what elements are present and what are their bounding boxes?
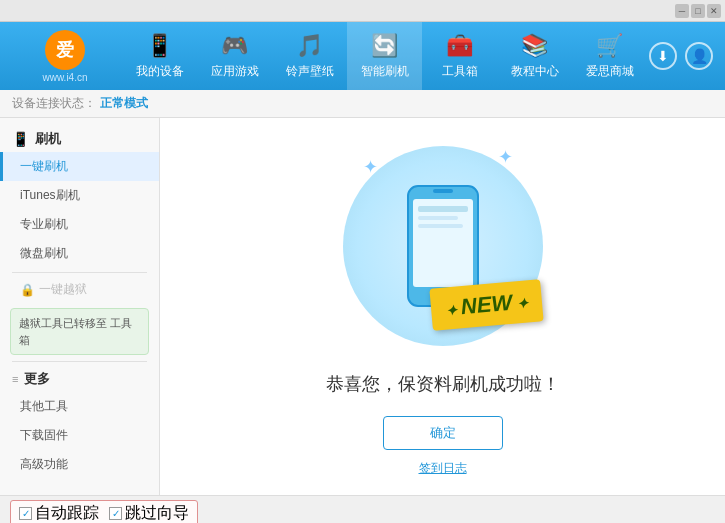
close-button[interactable]: ✕ xyxy=(707,4,721,18)
nav-ringtones[interactable]: 🎵 铃声壁纸 xyxy=(272,22,347,90)
svg-rect-5 xyxy=(418,216,458,220)
sidebar-item-other-tools[interactable]: 其他工具 xyxy=(0,392,159,421)
auto-follow-check-box[interactable]: ✓ xyxy=(19,507,32,520)
lock-icon: 🔒 xyxy=(20,283,35,297)
skip-wizard-check-box[interactable]: ✓ xyxy=(109,507,122,520)
skip-wizard-label: 跳过向导 xyxy=(125,503,189,523)
sidebar-divider-2 xyxy=(12,361,147,362)
download-button[interactable]: ⬇ xyxy=(649,42,677,70)
ringtones-icon: 🎵 xyxy=(296,33,323,59)
nav-tutorials-label: 教程中心 xyxy=(511,63,559,80)
my-device-icon: 📱 xyxy=(146,33,173,59)
logo-website: www.i4.cn xyxy=(42,72,87,83)
sidebar-section-more: ≡ 更多 xyxy=(0,366,159,392)
sidebar-item-download-firmware[interactable]: 下载固件 xyxy=(0,421,159,450)
flash-section-icon: 📱 xyxy=(12,131,29,147)
content-area: ✦ ✦ NEW 恭喜您，保资料刷机成功啦！ 确定 签到日志 xyxy=(160,118,725,495)
checkbox-group: ✓ 自动跟踪 ✓ 跳过向导 xyxy=(10,500,198,523)
shop-icon: 🛒 xyxy=(596,33,623,59)
sidebar-locked-jailbreak: 🔒 一键越狱 xyxy=(0,277,159,302)
status-bar: 设备连接状态： 正常模式 xyxy=(0,90,725,118)
status-label: 设备连接状态： xyxy=(12,95,96,112)
new-badge: NEW xyxy=(430,279,544,331)
nav-my-device-label: 我的设备 xyxy=(136,63,184,80)
nav-smart-flash-label: 智能刷机 xyxy=(361,63,409,80)
sidebar-item-downgrade-flash[interactable]: 微盘刷机 xyxy=(0,239,159,268)
illustration: ✦ ✦ NEW xyxy=(333,136,553,356)
nav-smart-flash[interactable]: 🔄 智能刷机 xyxy=(347,22,422,90)
toolbox-icon: 🧰 xyxy=(446,33,473,59)
confirm-button[interactable]: 确定 xyxy=(383,416,503,450)
sidebar-item-advanced[interactable]: 高级功能 xyxy=(0,450,159,479)
auto-follow-label: 自动跟踪 xyxy=(35,503,99,523)
skip-wizard-checkbox[interactable]: ✓ 跳过向导 xyxy=(109,503,189,523)
title-bar: ─ □ ✕ xyxy=(0,0,725,22)
header-right: ⬇ 👤 xyxy=(649,42,725,70)
svg-rect-6 xyxy=(418,224,463,228)
flash-section-label: 刷机 xyxy=(35,130,61,148)
svg-rect-4 xyxy=(418,206,468,212)
sidebar: 📱 刷机 一键刷机 iTunes刷机 专业刷机 微盘刷机 🔒 一键越狱 越狱工具… xyxy=(0,118,160,495)
more-section-label: 更多 xyxy=(24,370,50,388)
logo-area: 爱 www.i4.cn xyxy=(0,30,120,83)
minimize-button[interactable]: ─ xyxy=(675,4,689,18)
sparkle-icon-1: ✦ xyxy=(363,156,378,178)
jailbreak-info-box: 越狱工具已转移至 工具箱 xyxy=(10,308,149,355)
bottom-area: ✓ 自动跟踪 ✓ 跳过向导 📱 iPhone 12 mini 64GB Down… xyxy=(0,495,725,523)
smart-flash-icon: 🔄 xyxy=(371,33,398,59)
sidebar-section-flash: 📱 刷机 xyxy=(0,126,159,152)
status-value: 正常模式 xyxy=(100,95,148,112)
sidebar-divider-1 xyxy=(12,272,147,273)
nav-bar: 📱 我的设备 🎮 应用游戏 🎵 铃声壁纸 🔄 智能刷机 🧰 工具箱 📚 教程中心… xyxy=(120,22,649,90)
nav-apps-games[interactable]: 🎮 应用游戏 xyxy=(197,22,272,90)
success-text: 恭喜您，保资料刷机成功啦！ xyxy=(326,372,560,396)
nav-apps-games-label: 应用游戏 xyxy=(211,63,259,80)
user-button[interactable]: 👤 xyxy=(685,42,713,70)
sparkle-icon-2: ✦ xyxy=(498,146,513,168)
nav-toolbox[interactable]: 🧰 工具箱 xyxy=(422,22,497,90)
sidebar-item-pro-flash[interactable]: 专业刷机 xyxy=(0,210,159,239)
maximize-button[interactable]: □ xyxy=(691,4,705,18)
nav-my-device[interactable]: 📱 我的设备 xyxy=(122,22,197,90)
tutorials-icon: 📚 xyxy=(521,33,548,59)
header: 爱 www.i4.cn 📱 我的设备 🎮 应用游戏 🎵 铃声壁纸 🔄 智能刷机 … xyxy=(0,22,725,90)
nav-shop-label: 爱思商城 xyxy=(586,63,634,80)
svg-rect-2 xyxy=(433,189,453,193)
nav-toolbox-label: 工具箱 xyxy=(442,63,478,80)
sidebar-item-itunes-flash[interactable]: iTunes刷机 xyxy=(0,181,159,210)
nav-shop[interactable]: 🛒 爱思商城 xyxy=(572,22,647,90)
sidebar-item-one-click-flash[interactable]: 一键刷机 xyxy=(0,152,159,181)
apps-games-icon: 🎮 xyxy=(221,33,248,59)
jailbreak-label: 一键越狱 xyxy=(39,281,87,298)
nav-tutorials[interactable]: 📚 教程中心 xyxy=(497,22,572,90)
auto-follow-checkbox[interactable]: ✓ 自动跟踪 xyxy=(19,503,99,523)
nav-ringtones-label: 铃声壁纸 xyxy=(286,63,334,80)
svg-rect-1 xyxy=(413,199,473,287)
logo-icon: 爱 xyxy=(45,30,85,70)
main-layout: 📱 刷机 一键刷机 iTunes刷机 专业刷机 微盘刷机 🔒 一键越狱 越狱工具… xyxy=(0,118,725,495)
daily-link[interactable]: 签到日志 xyxy=(419,460,467,477)
